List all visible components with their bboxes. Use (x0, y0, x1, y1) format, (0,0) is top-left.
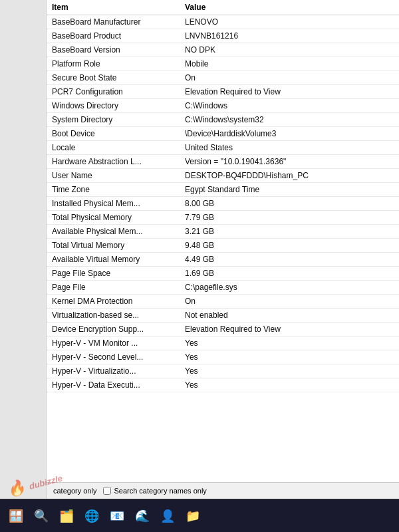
table-cell-item: Available Virtual Memory (47, 253, 180, 267)
table-cell-value: On (180, 295, 399, 309)
col-value-header: Value (180, 0, 399, 15)
table-cell-value: On (180, 71, 399, 85)
table-row[interactable]: Total Virtual Memory9.48 GB (47, 239, 399, 253)
table-row[interactable]: User NameDESKTOP-BQ4FDDD\Hisham_PC (47, 169, 399, 183)
windows-icon: 🪟 (9, 509, 23, 523)
table-cell-value: 3.21 GB (180, 225, 399, 239)
table-cell-item: Time Zone (47, 183, 180, 197)
explorer-icon: 📁 (186, 509, 200, 523)
outlook-icon: 📧 (110, 509, 124, 523)
table-cell-value: Egypt Standard Time (180, 183, 399, 197)
table-row[interactable]: Device Encryption Supp...Elevation Requi… (47, 323, 399, 336)
table-cell-value: 8.00 GB (180, 197, 399, 211)
table-row[interactable]: Platform RoleMobile (47, 57, 399, 71)
table-row[interactable]: Total Physical Memory7.79 GB (47, 211, 399, 225)
table-cell-item: Total Physical Memory (47, 211, 180, 225)
chrome-icon: 🌐 (84, 509, 99, 523)
table-cell-item: Virtualization-based se... (47, 309, 180, 323)
search-icon: 🔍 (34, 509, 49, 523)
table-cell-value: Version = "10.0.19041.3636" (180, 155, 399, 169)
taskbar-explorer[interactable]: 📁 (182, 505, 203, 527)
table-row[interactable]: Page FileC:\pagefile.sys (47, 281, 399, 295)
table-cell-item: Locale (47, 141, 180, 155)
table-row[interactable]: BaseBoard ProductLNVNB161216 (47, 29, 399, 43)
table-row[interactable]: LocaleUnited States (47, 141, 399, 155)
table-row[interactable]: Time ZoneEgypt Standard Time (47, 183, 399, 197)
table-cell-item: System Directory (47, 113, 180, 127)
table-cell-item: Hyper-V - Virtualizatio... (47, 364, 180, 378)
table-cell-value: \Device\HarddiskVolume3 (180, 127, 399, 141)
search-category-checkbox[interactable] (103, 487, 111, 495)
table-row[interactable]: Secure Boot StateOn (47, 71, 399, 85)
table-row[interactable]: BaseBoard VersionNO DPK (47, 43, 399, 57)
taskbar-outlook[interactable]: 📧 (106, 505, 128, 527)
table-cell-value: 1.69 GB (180, 267, 399, 281)
table-row[interactable]: Hyper-V - Second Level...Yes (47, 350, 399, 364)
table-row[interactable]: Boot Device\Device\HarddiskVolume3 (47, 127, 399, 141)
table-cell-item: Hyper-V - Second Level... (47, 350, 180, 364)
table-row[interactable]: PCR7 ConfigurationElevation Required to … (47, 85, 399, 99)
table-cell-item: Kernel DMA Protection (47, 295, 180, 309)
taskbar-taskview[interactable]: 🗂️ (56, 505, 77, 527)
table-cell-value: United States (180, 141, 399, 155)
table-row[interactable]: Available Virtual Memory4.49 GB (47, 253, 399, 267)
search-category-label: Search category names only (114, 487, 206, 495)
table-cell-item: Available Physical Mem... (47, 225, 180, 239)
table-row[interactable]: Windows DirectoryC:\Windows (47, 99, 399, 113)
table-header-row: Item Value (47, 0, 399, 15)
table-row[interactable]: Hyper-V - Data Executi...Yes (47, 378, 399, 392)
table-cell-value: LNVNB161216 (180, 29, 399, 43)
taskbar-edge[interactable]: 🌊 (132, 505, 153, 527)
table-cell-value: Yes (180, 364, 399, 378)
table-body: BaseBoard ManufacturerLENOVOBaseBoard Pr… (47, 15, 399, 392)
category-only-label: category only (53, 487, 96, 495)
table-row[interactable]: Hardware Abstraction L...Version = "10.0… (47, 155, 399, 169)
table-cell-item: Page File Space (47, 267, 180, 281)
content-area: Item Value BaseBoard ManufacturerLENOVOB… (47, 0, 399, 499)
table-row[interactable]: Virtualization-based se...Not enabled (47, 309, 399, 323)
main-area: Item Value BaseBoard ManufacturerLENOVOB… (0, 0, 399, 499)
table-cell-value: 4.49 GB (180, 253, 399, 267)
table-cell-item: Secure Boot State (47, 71, 180, 85)
taskbar-search[interactable]: 🔍 (31, 505, 52, 527)
table-cell-item: PCR7 Configuration (47, 85, 180, 99)
table-cell-value: Not enabled (180, 309, 399, 323)
screen: Item Value BaseBoard ManufacturerLENOVOB… (0, 0, 399, 532)
table-row[interactable]: Installed Physical Mem...8.00 GB (47, 197, 399, 211)
table-row[interactable]: Page File Space1.69 GB (47, 267, 399, 281)
system-info-table: Item Value BaseBoard ManufacturerLENOVOB… (47, 0, 399, 392)
table-row[interactable]: Available Physical Mem...3.21 GB (47, 225, 399, 239)
table-cell-value: 7.79 GB (180, 211, 399, 225)
table-cell-item: Installed Physical Mem... (47, 197, 180, 211)
table-row[interactable]: Kernel DMA ProtectionOn (47, 295, 399, 309)
bottom-bar: category only Search category names only (47, 482, 399, 499)
table-container[interactable]: Item Value BaseBoard ManufacturerLENOVOB… (47, 0, 399, 482)
table-row[interactable]: BaseBoard ManufacturerLENOVO (47, 15, 399, 29)
teams-icon: 👤 (160, 509, 175, 523)
table-cell-value: Elevation Required to View (180, 85, 399, 99)
edge-icon: 🌊 (135, 509, 150, 523)
table-cell-item: Boot Device (47, 127, 180, 141)
table-cell-item: Device Encryption Supp... (47, 323, 180, 336)
table-cell-item: Hardware Abstraction L... (47, 155, 180, 169)
table-cell-item: BaseBoard Manufacturer (47, 15, 180, 29)
search-category-checkbox-area[interactable]: Search category names only (103, 487, 206, 495)
taskbar-start-button[interactable]: 🪟 (5, 505, 27, 527)
table-cell-item: BaseBoard Version (47, 43, 180, 57)
table-cell-value: Mobile (180, 57, 399, 71)
table-row[interactable]: Hyper-V - Virtualizatio...Yes (47, 364, 399, 378)
table-cell-value: DESKTOP-BQ4FDDD\Hisham_PC (180, 169, 399, 183)
table-cell-item: BaseBoard Product (47, 29, 180, 43)
table-cell-value: Yes (180, 336, 399, 350)
table-cell-value: LENOVO (180, 15, 399, 29)
table-cell-value: Elevation Required to View (180, 323, 399, 336)
taskbar-teams[interactable]: 👤 (157, 505, 178, 527)
table-cell-value: NO DPK (180, 43, 399, 57)
left-sidebar (0, 0, 47, 499)
taskbar-chrome[interactable]: 🌐 (81, 505, 102, 527)
table-row[interactable]: Hyper-V - VM Monitor ...Yes (47, 336, 399, 350)
table-cell-value: C:\pagefile.sys (180, 281, 399, 295)
table-row[interactable]: System DirectoryC:\Windows\system32 (47, 113, 399, 127)
table-cell-value: C:\Windows\system32 (180, 113, 399, 127)
table-cell-item: Platform Role (47, 57, 180, 71)
